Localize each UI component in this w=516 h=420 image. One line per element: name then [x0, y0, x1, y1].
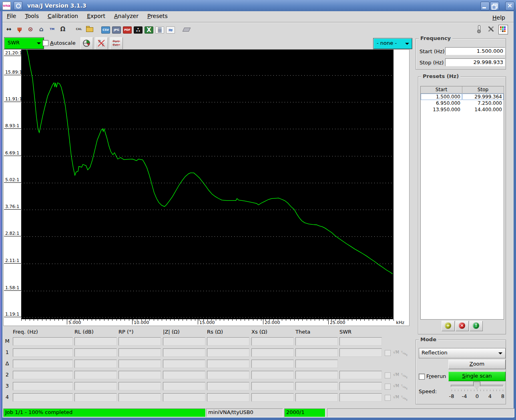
chart-plot-area[interactable]: [21, 50, 394, 319]
marker-3-field-freq[interactable]: [13, 382, 73, 390]
marker-Δ-field-freq[interactable]: [13, 360, 73, 368]
impedance-icon[interactable]: Ω: [58, 25, 67, 34]
marker-Δ-field-xs[interactable]: [251, 360, 294, 368]
marker-Δ-field-z[interactable]: [163, 360, 205, 368]
marker-M-field-rs[interactable]: [207, 337, 249, 346]
menu-export[interactable]: Export: [82, 11, 110, 22]
marker-4-field-rp[interactable]: [118, 393, 161, 402]
marker-1-field-rp[interactable]: [118, 348, 161, 357]
eraser-icon[interactable]: [182, 25, 191, 34]
marker-4-field-swr[interactable]: [339, 393, 382, 402]
marker-2-field-z[interactable]: [163, 371, 205, 379]
marker-4-tune-checkbox[interactable]: [385, 395, 391, 401]
marker-1-field-freq[interactable]: [13, 348, 73, 357]
export-jpg-icon[interactable]: JPG: [112, 26, 121, 34]
marker-4-field-rs[interactable]: [207, 393, 249, 402]
menu-tools[interactable]: Tools: [20, 11, 43, 22]
menu-help[interactable]: Help: [488, 13, 510, 24]
start-frequency-field[interactable]: 1.500.000: [445, 47, 505, 55]
marker-3-field-theta[interactable]: [295, 382, 338, 390]
titlebar[interactable]: vna vna/J Version 3.1.3 ×: [0, 0, 516, 11]
marker-M-field-z[interactable]: [163, 337, 205, 346]
export-s2p-icon[interactable]: ≈: [166, 26, 175, 34]
marker-Δ-field-rs[interactable]: [207, 360, 249, 368]
marker-M-field-xs[interactable]: [251, 337, 294, 346]
export-csv-icon[interactable]: CSV: [101, 26, 110, 34]
marker-4-field-freq[interactable]: [13, 393, 73, 402]
window-menu-button[interactable]: [14, 1, 22, 10]
marker-2-field-theta[interactable]: [295, 371, 338, 379]
sweep-range-icon[interactable]: ↔: [4, 25, 13, 34]
marker-2-field-xs[interactable]: [251, 371, 294, 379]
delete-preset-button[interactable]: ×: [456, 321, 469, 331]
preset-cell[interactable]: 7.250.000: [462, 100, 504, 106]
marker-2-tune-checkbox[interactable]: [385, 372, 391, 378]
marker-3-field-rl[interactable]: [74, 382, 117, 390]
close-button[interactable]: ×: [505, 2, 514, 10]
mode-select[interactable]: Reflection: [419, 348, 506, 358]
rf-generator-off-button[interactable]: R F: [95, 37, 108, 50]
marker-3-field-z[interactable]: [163, 382, 205, 390]
marker-mode-select[interactable]: - none -: [373, 38, 412, 49]
marker-2-field-swr[interactable]: [339, 371, 382, 379]
marker-Δ-field-rl[interactable]: [74, 360, 117, 368]
export-html-icon[interactable]: ≣: [155, 26, 164, 34]
trace-select-icon[interactable]: TM: [48, 25, 56, 34]
setup-tools-icon[interactable]: [486, 25, 495, 34]
stop-frequency-field[interactable]: 29.998.933: [445, 58, 505, 66]
zoom-button[interactable]: Zoom: [448, 360, 506, 369]
preset-cell[interactable]: 29.999.364: [462, 94, 504, 100]
open-file-icon[interactable]: [85, 25, 94, 34]
marker-3-field-rs[interactable]: [207, 382, 249, 390]
scale-type-select[interactable]: SWR: [4, 37, 44, 49]
preset-cell[interactable]: 13.950.000: [421, 106, 462, 113]
minimize-button[interactable]: [480, 2, 490, 10]
smith-chart-button[interactable]: [80, 37, 93, 50]
port-extension-off-button[interactable]: Port Ext.: [110, 37, 123, 50]
marker-M-field-freq[interactable]: [13, 337, 73, 346]
menu-file[interactable]: File: [2, 11, 20, 22]
marker-4-field-z[interactable]: [163, 393, 205, 402]
clock-icon[interactable]: ⊙: [26, 25, 35, 34]
bank-icon[interactable]: ⌂: [37, 25, 46, 34]
menu-analyzer[interactable]: Analyzer: [110, 11, 143, 22]
maximize-button[interactable]: [490, 2, 499, 10]
marker-4-field-xs[interactable]: [251, 393, 294, 402]
preset-cell[interactable]: 6.950.000: [421, 100, 462, 106]
marker-2-field-rp[interactable]: [118, 371, 161, 379]
freerun-checkbox[interactable]: [419, 374, 425, 380]
marker-4-field-theta[interactable]: [295, 393, 338, 402]
menu-presets[interactable]: Presets: [143, 11, 172, 22]
marker-Δ-field-theta[interactable]: [295, 360, 338, 368]
menu-calibration[interactable]: Calibration: [43, 11, 82, 22]
marker-1-field-rl[interactable]: [74, 348, 117, 357]
single-scan-button[interactable]: Single scan: [448, 372, 506, 381]
marker-2-field-rs[interactable]: [207, 371, 249, 379]
preset-cell[interactable]: 14.400.000: [462, 106, 504, 113]
marker-Δ-field-rp[interactable]: [118, 360, 161, 368]
marker-4-field-rl[interactable]: [74, 393, 117, 402]
autoscale-checkbox[interactable]: [42, 40, 48, 46]
antenna-icon[interactable]: ψ: [15, 25, 24, 34]
presets-table[interactable]: StartStop1.500.00029.999.3646.950.0007.2…: [420, 86, 504, 320]
marker-1-field-rs[interactable]: [207, 348, 249, 357]
marker-M-field-rl[interactable]: [74, 337, 117, 346]
marker-1-field-z[interactable]: [163, 348, 205, 357]
marker-1-field-xs[interactable]: [251, 348, 294, 357]
add-preset-button[interactable]: +: [442, 321, 455, 331]
color-palette-icon[interactable]: [498, 25, 508, 34]
calibration-icon[interactable]: CAL: [74, 25, 83, 34]
marker-M-field-swr[interactable]: [339, 337, 382, 346]
marker-2-field-freq[interactable]: [13, 371, 73, 379]
marker-3-field-rp[interactable]: [118, 382, 161, 390]
marker-M-field-rp[interactable]: [118, 337, 161, 346]
marker-1-field-swr[interactable]: [339, 348, 382, 357]
export-bmp-icon[interactable]: ∴: [134, 26, 143, 34]
marker-3-field-swr[interactable]: [339, 382, 382, 390]
export-xls-icon[interactable]: X: [145, 26, 153, 34]
preset-cell[interactable]: 1.500.000: [421, 94, 462, 100]
temperature-icon[interactable]: [474, 25, 483, 34]
export-pdf-icon[interactable]: PDF: [123, 26, 132, 34]
marker-2-field-rl[interactable]: [74, 371, 117, 379]
marker-3-field-xs[interactable]: [251, 382, 294, 390]
